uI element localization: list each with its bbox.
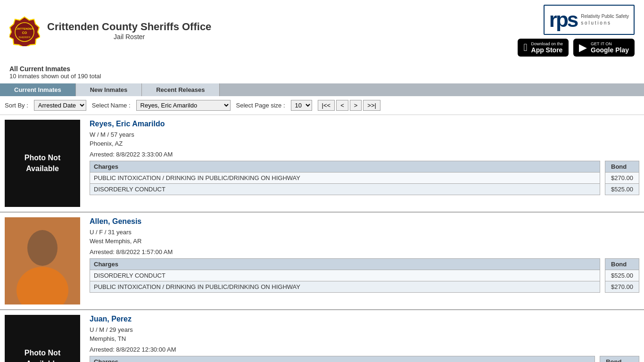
googleplay-icon: ▶ [579,41,587,54]
nav-next-button[interactable]: > [350,100,362,111]
rps-subtitle: Relativity Public Safety s o l u t i o n… [581,13,629,26]
charges-table: Charges CARELESS AND PROHIBITED DRIVINGD… [90,356,595,362]
inmate-name[interactable]: Allen, Genesis [90,217,639,226]
charges-header: Charges [90,356,595,362]
charge-cell: PUBLIC INTOXICATION / DRINKING IN PUBLIC… [90,281,600,293]
svg-text:SHERIFF: SHERIFF [18,36,31,39]
inmate-location: West Memphis, AR [90,238,639,245]
sort-select[interactable]: Arrested Date [34,100,86,111]
appstore-button[interactable]:  Download on the App Store [518,39,569,57]
inmate-location: Memphis, TN [90,335,639,342]
bond-header: Bond [600,356,639,362]
pagination-nav: |<< < > >>| [318,100,380,111]
page-size-label: Select Page size : [236,102,285,109]
inmate-location: Phoenix, AZ [90,140,639,147]
charge-cell: PUBLIC INTOXICATION / DRINKING IN PUBLIC… [90,173,600,184]
page-title: Crittenden County Sheriffs Office Jail R… [47,21,211,41]
sort-label: Sort By : [5,102,28,109]
inmate-name[interactable]: Reyes, Eric Amarildo [90,120,639,128]
charges-bond-section: Charges CARELESS AND PROHIBITED DRIVINGD… [90,356,639,362]
tab-current-inmates[interactable]: Current Inmates [0,83,76,96]
photo-placeholder: Photo NotAvailable [20,343,65,362]
googleplay-button[interactable]: ▶ GET IT ON Google Play [573,39,635,57]
rps-text: rps [549,8,577,32]
table-row: Photo NotAvailable Reyes, Eric Amarildo … [0,115,644,213]
site-title: Crittenden County Sheriffs Office [47,21,211,33]
charges-header: Charges [90,259,600,270]
site-subtitle: Jail Roster [47,33,211,41]
sheriff-badge-icon: CRITTENDEN CO SHERIFF [9,16,40,46]
bond-table: Bond $525.00$270.00 [605,258,639,293]
inmate-arrested: Arrested: 8/8/2022 1:57:00 AM [90,248,639,255]
controls-bar: Sort By : Arrested Date Select Name : Re… [0,96,644,115]
charge-cell: DISORDERLY CONDUCT [90,270,600,281]
nav-prev-button[interactable]: < [336,100,348,111]
appstore-text: Download on the App Store [531,41,563,54]
charges-bond-section: Charges PUBLIC INTOXICATION / DRINKING I… [90,161,639,195]
svg-text:CRITTENDEN: CRITTENDEN [16,27,34,30]
inmate-photo-container: Photo NotAvailable [5,120,80,207]
header-right: rps Relativity Public Safety s o l u t i… [518,5,635,57]
bond-table: Bond $195.00$1,025.00$525.00 [600,356,639,362]
inmate-demographics: U / M / 29 years [90,326,639,333]
app-buttons:  Download on the App Store ▶ GET IT ON … [518,39,635,57]
name-select[interactable]: Reyes, Eric Amarildo [136,100,231,111]
inmate-arrested: Arrested: 8/8/2022 12:30:00 AM [90,346,639,353]
name-label: Select Name : [92,102,131,109]
inmate-photo-container: Photo NotAvailable [5,315,80,362]
rps-logo: rps Relativity Public Safety s o l u t i… [544,5,635,35]
bond-cell: $270.00 [605,281,639,293]
charges-table: Charges DISORDERLY CONDUCTPUBLIC INTOXIC… [90,258,600,293]
bond-cell: $525.00 [605,270,639,281]
svg-text:CO: CO [22,31,27,34]
inmate-demographics: U / F / 31 years [90,229,639,236]
inmates-list: Photo NotAvailable Reyes, Eric Amarildo … [0,115,644,362]
apple-icon:  [523,41,527,54]
inmate-name[interactable]: Juan, Perez [90,315,639,323]
summary-line2: 10 inmates shown out of 190 total [9,73,635,80]
charges-header: Charges [90,161,600,173]
tabs-bar: Current Inmates New Inmates Recent Relea… [0,83,644,96]
bond-header: Bond [605,259,639,270]
inmate-arrested: Arrested: 8/8/2022 3:33:00 AM [90,151,639,158]
charges-table: Charges PUBLIC INTOXICATION / DRINKING I… [90,161,600,195]
charge-cell: DISORDERLY CONDUCT [90,184,600,195]
tab-recent-releases[interactable]: Recent Releases [142,83,219,96]
nav-first-button[interactable]: |<< [318,100,335,111]
photo-placeholder: Photo NotAvailable [20,148,65,179]
charges-bond-section: Charges DISORDERLY CONDUCTPUBLIC INTOXIC… [90,258,639,293]
tab-new-inmates[interactable]: New Inmates [76,83,142,96]
inmate-summary: All Current Inmates 10 inmates shown out… [0,61,644,83]
bond-header: Bond [605,161,639,173]
bond-table: Bond $270.00$525.00 [605,161,639,195]
summary-line1: All Current Inmates [9,65,635,73]
page-size-select[interactable]: 10 [291,100,312,111]
table-row: Photo NotAvailable Juan, Perez U / M / 2… [0,310,644,362]
inmate-info: Reyes, Eric Amarildo W / M / 57 years Ph… [85,120,644,207]
nav-last-button[interactable]: >>| [363,100,380,111]
bond-cell: $525.00 [605,184,639,195]
inmate-info: Allen, Genesis U / F / 31 years West Mem… [85,217,644,304]
inmate-demographics: W / M / 57 years [90,131,639,138]
inmate-photo [5,217,80,304]
inmate-photo-container [5,217,80,304]
bond-cell: $270.00 [605,173,639,184]
googleplay-text: GET IT ON Google Play [591,41,629,54]
table-row: Allen, Genesis U / F / 31 years West Mem… [0,213,644,310]
header: CRITTENDEN CO SHERIFF Crittenden County … [0,0,644,61]
inmate-info: Juan, Perez U / M / 29 years Memphis, TN… [85,315,644,362]
